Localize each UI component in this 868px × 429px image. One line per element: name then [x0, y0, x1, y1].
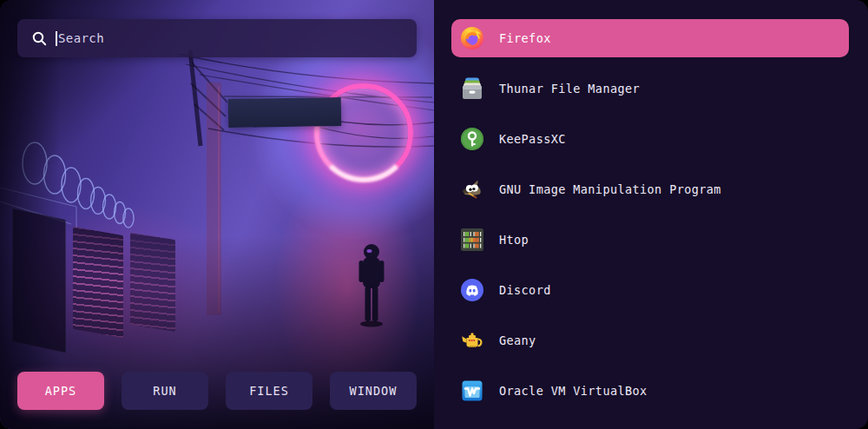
tab-files[interactable]: FILES [226, 372, 312, 410]
list-item-discord[interactable]: Discord [451, 271, 849, 309]
text-caret [56, 31, 57, 46]
list-item-thunar[interactable]: Thunar File Manager [451, 69, 849, 108]
search-icon [31, 30, 47, 46]
list-item-keepassxc[interactable]: KeePassXC [451, 120, 849, 158]
app-name: Geany [499, 333, 536, 347]
app-name: Htop [499, 233, 529, 247]
gimp-wilber-icon [460, 177, 484, 201]
discord-icon [460, 278, 484, 302]
mode-tabs: APPS RUN FILES WINDOW [17, 372, 417, 410]
geany-teapot-icon [460, 328, 484, 353]
app-name: Thunar File Manager [499, 82, 640, 96]
thunar-file-manager-icon [460, 76, 484, 101]
htop-meters-icon [460, 228, 484, 252]
app-name: KeePassXC [499, 132, 566, 146]
app-name: GNU Image Manipulation Program [499, 182, 721, 196]
app-launcher-window: Search APPS RUN FILES WINDOW [0, 0, 868, 429]
search-placeholder: Search [58, 31, 104, 45]
list-item-firefox[interactable]: Firefox [451, 19, 849, 57]
list-item-gimp[interactable]: GNU Image Manipulation Program [451, 170, 849, 208]
tab-run[interactable]: RUN [122, 372, 208, 410]
app-name: Discord [499, 283, 551, 297]
keepassxc-icon [460, 127, 484, 151]
app-name: Firefox [499, 31, 551, 45]
list-item-geany[interactable]: Geany [451, 321, 849, 360]
tab-window[interactable]: WINDOW [330, 372, 417, 410]
list-item-virtualbox[interactable]: Oracle VM VirtualBox [451, 372, 849, 410]
tab-apps[interactable]: APPS [17, 372, 104, 410]
firefox-icon [460, 26, 484, 50]
left-panel: Search APPS RUN FILES WINDOW [0, 0, 434, 429]
search-input[interactable]: Search [17, 19, 417, 57]
list-item-htop[interactable]: Htop [451, 221, 849, 259]
wallpaper-vignette [0, 0, 434, 429]
virtualbox-icon [460, 379, 484, 403]
app-list-panel: Firefox Thunar File Manager [434, 0, 868, 429]
app-name: Oracle VM VirtualBox [499, 384, 648, 398]
